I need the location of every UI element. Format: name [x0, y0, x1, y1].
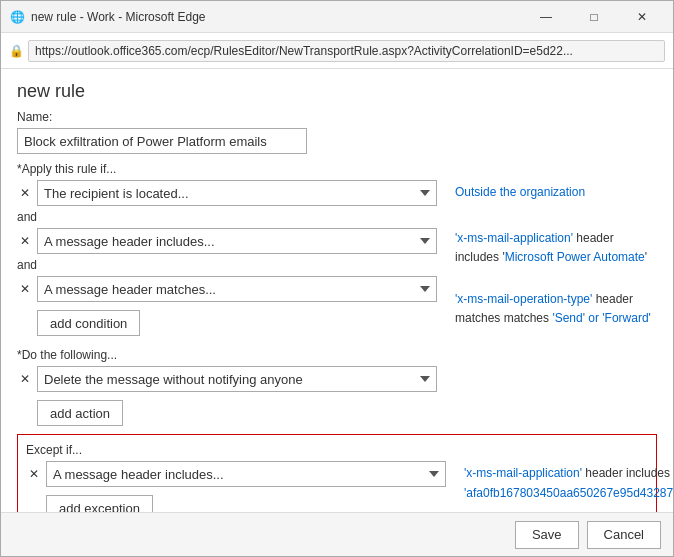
remove-condition-3-button[interactable]: ✕ — [17, 281, 33, 297]
condition-select-3[interactable]: A message header matches... — [37, 276, 437, 302]
except-row: ✕ A message header includes... — [26, 461, 456, 487]
except-left: ✕ A message header includes... add excep… — [26, 461, 456, 512]
and-label-2: and — [17, 258, 447, 272]
window: 🌐 new rule - Work - Microsoft Edge — □ ✕… — [0, 0, 674, 557]
except-select[interactable]: A message header includes... — [46, 461, 446, 487]
do-section: *Do the following... ✕ Delete the messag… — [17, 348, 657, 426]
lock-icon: 🔒 — [9, 44, 24, 58]
page-title: new rule — [17, 81, 657, 102]
apply-label: *Apply this rule if... — [17, 162, 657, 176]
window-title: new rule - Work - Microsoft Edge — [31, 10, 523, 24]
condition-value-link-2b[interactable]: Microsoft Power Automate — [505, 250, 645, 264]
conditions-left: ✕ The recipient is located... and ✕ — [17, 180, 447, 336]
close-button[interactable]: ✕ — [619, 1, 665, 33]
apply-section: *Apply this rule if... ✕ The recipient i… — [17, 162, 657, 336]
maximize-button[interactable]: □ — [571, 1, 617, 33]
condition-row-1: ✕ The recipient is located... — [17, 180, 447, 206]
name-label: Name: — [17, 110, 657, 124]
remove-condition-1-button[interactable]: ✕ — [17, 185, 33, 201]
remove-action-button[interactable]: ✕ — [17, 371, 33, 387]
except-value-middle: header includes — [582, 466, 670, 480]
content-area: Name: *Apply this rule if... ✕ The recip… — [1, 110, 673, 512]
name-input[interactable] — [17, 128, 307, 154]
browser-icon: 🌐 — [9, 9, 25, 25]
scroll-wrapper: Name: *Apply this rule if... ✕ The recip… — [1, 110, 673, 512]
except-label: Except if... — [26, 443, 648, 457]
condition-row-2: ✕ A message header includes... — [17, 228, 447, 254]
add-action-button[interactable]: add action — [37, 400, 123, 426]
remove-condition-2-button[interactable]: ✕ — [17, 233, 33, 249]
conditions-right: Outside the organization 'x-ms-mail-appl… — [447, 180, 657, 336]
page-content: new rule Name: *Apply this rule if... — [1, 69, 673, 556]
condition-select-2[interactable]: A message header includes... — [37, 228, 437, 254]
value-block-3: 'x-ms-mail-operation-type' header matche… — [455, 289, 657, 328]
except-value-part2: 'afa0fb167803450aa650267e95d43287' — [464, 486, 673, 500]
add-exception-button[interactable]: add exception — [46, 495, 153, 512]
cancel-button[interactable]: Cancel — [587, 521, 661, 549]
conditions-two-col: ✕ The recipient is located... and ✕ — [17, 180, 657, 336]
condition-value-link-1[interactable]: Outside the organization — [455, 185, 585, 199]
name-section: Name: — [17, 110, 657, 154]
do-row: ✕ Delete the message without notifying a… — [17, 366, 657, 392]
do-label: *Do the following... — [17, 348, 657, 362]
except-two-col: ✕ A message header includes... add excep… — [26, 461, 648, 512]
condition-row-3: ✕ A message header matches... — [17, 276, 447, 302]
title-bar: 🌐 new rule - Work - Microsoft Edge — □ ✕ — [1, 1, 673, 33]
except-right: 'x-ms-mail-application' header includes … — [456, 461, 673, 512]
save-button[interactable]: Save — [515, 521, 579, 549]
remove-exception-button[interactable]: ✕ — [26, 466, 42, 482]
add-condition-button[interactable]: add condition — [37, 310, 140, 336]
except-section: Except if... ✕ A message header includes… — [17, 434, 657, 512]
address-bar: 🔒 https://outlook.office365.com/ecp/Rule… — [1, 33, 673, 69]
minimize-button[interactable]: — — [523, 1, 569, 33]
window-controls: — □ ✕ — [523, 1, 665, 33]
except-value-link-1[interactable]: 'x-ms-mail-application' — [464, 466, 582, 480]
condition-value-link-3b[interactable]: 'Send' or 'Forward' — [552, 311, 651, 325]
value-block-2: 'x-ms-mail-application' header includes … — [455, 228, 657, 267]
bottom-bar: Save Cancel — [1, 512, 673, 556]
page-header: new rule — [1, 69, 673, 110]
condition-value-link-2a[interactable]: 'x-ms-mail-application' — [455, 231, 573, 245]
and-label-1: and — [17, 210, 447, 224]
value-block-1: Outside the organization — [455, 182, 657, 202]
condition-value-link-3a[interactable]: 'x-ms-mail-operation-type' — [455, 292, 592, 306]
action-select[interactable]: Delete the message without notifying any… — [37, 366, 437, 392]
except-value-block: 'x-ms-mail-application' header includes … — [464, 463, 673, 502]
condition-select-1[interactable]: The recipient is located... — [37, 180, 437, 206]
url-bar[interactable]: https://outlook.office365.com/ecp/RulesE… — [28, 40, 665, 62]
